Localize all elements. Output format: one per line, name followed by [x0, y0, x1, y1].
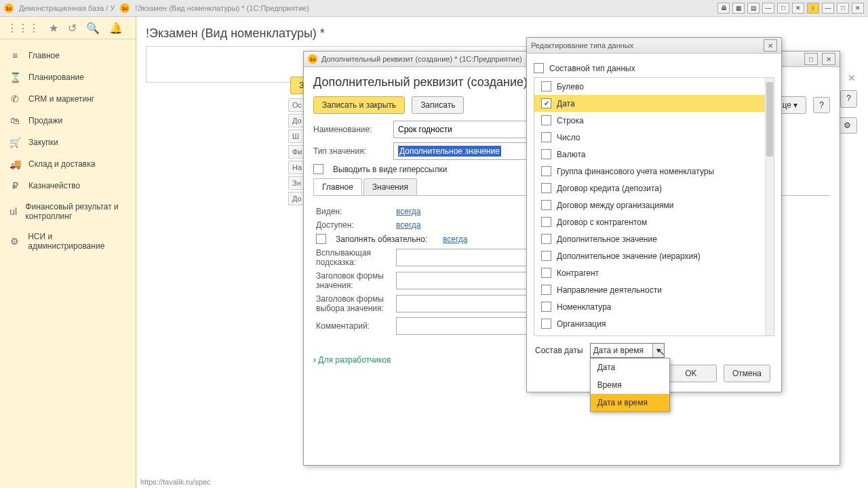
max-icon[interactable]: □ — [804, 53, 818, 65]
type-item[interactable]: Организация — [534, 315, 774, 332]
compo-dropdown[interactable]: Дата и время ▼ ДатаВремяДата и время ↖ — [590, 343, 665, 358]
type-item[interactable]: Договор с контрагентом — [534, 214, 774, 230]
type-checkbox[interactable] — [541, 251, 551, 261]
type-checkbox[interactable] — [541, 166, 551, 176]
tab-values[interactable]: Значения — [363, 178, 417, 195]
close-icon[interactable]: ✕ — [764, 39, 777, 52]
type-item[interactable]: Дополнительное значение — [534, 230, 774, 247]
cal-icon[interactable]: ▤ — [747, 3, 760, 14]
cancel-button[interactable]: Отмена — [724, 365, 770, 382]
type-item[interactable]: Номенклатура — [534, 298, 774, 315]
type-checkbox[interactable] — [541, 234, 551, 244]
apps-icon[interactable]: ⋮⋮⋮ — [7, 22, 39, 35]
type-label: Номенклатура — [557, 302, 612, 312]
nav-label: Планирование — [28, 73, 84, 82]
type-item[interactable]: Валюта — [534, 146, 774, 163]
type-checkbox[interactable] — [541, 200, 551, 210]
sidebar-item[interactable]: ≡Главное — [0, 45, 136, 66]
visible-link[interactable]: всегда — [396, 207, 420, 216]
sidebar-item[interactable]: ⌛Планирование — [0, 66, 136, 88]
type-checkbox[interactable] — [541, 183, 551, 193]
composite-checkbox[interactable] — [534, 63, 544, 73]
dropdown-option[interactable]: Время — [591, 376, 669, 394]
help-button[interactable]: ? — [813, 97, 830, 113]
close-icon[interactable]: ✕ — [822, 53, 835, 65]
nav-icon: ⌛ — [9, 72, 20, 83]
tab-main[interactable]: Главное — [313, 178, 362, 195]
nav-label: Продажи — [28, 116, 62, 125]
type-checkbox[interactable] — [541, 98, 551, 108]
dropdown-option[interactable]: Дата и время — [591, 394, 669, 411]
type-item[interactable]: Договор между организациями — [534, 197, 774, 214]
save-button[interactable]: Записать — [412, 96, 464, 114]
fill-link[interactable]: всегда — [443, 235, 467, 244]
type-item[interactable]: Договор кредита (депозита) — [534, 180, 774, 197]
sidebar-item[interactable]: ulФинансовый результат и контроллинг — [0, 197, 136, 226]
calc-icon[interactable]: ▦ — [732, 3, 745, 14]
scrollbar[interactable] — [765, 78, 774, 336]
type-checkbox[interactable] — [541, 319, 551, 329]
max-icon[interactable]: □ — [777, 3, 789, 14]
type-checkbox[interactable] — [541, 268, 551, 278]
dropdown-option[interactable]: Дата — [591, 359, 669, 376]
type-label: Договор с контрагентом — [557, 218, 647, 227]
gear-button[interactable]: ⚙ — [837, 117, 857, 134]
print-icon[interactable]: 🖶 — [717, 3, 730, 14]
help-button[interactable]: ? — [840, 90, 857, 108]
access-label: Доступен: — [316, 220, 391, 230]
close-tab-icon[interactable]: ✕ — [848, 73, 856, 83]
type-checkbox[interactable] — [541, 132, 551, 142]
info-icon[interactable]: i — [807, 3, 819, 14]
sidebar-item[interactable]: 🛍Продажи — [0, 110, 136, 131]
nav-icon: ₽ — [9, 180, 20, 191]
name-label: Наименование: — [313, 125, 388, 134]
hyperlink-checkbox[interactable] — [313, 164, 323, 174]
type-item[interactable]: Булево — [534, 78, 774, 95]
app-icon: 1c — [308, 54, 317, 64]
save-close-button[interactable]: Записать и закрыть — [313, 96, 405, 114]
type-checkbox[interactable] — [541, 217, 551, 227]
type-item[interactable]: Число — [534, 129, 774, 146]
nav-label: Казначейство — [28, 181, 80, 190]
type-checkbox[interactable] — [541, 149, 551, 159]
sidebar-item[interactable]: ₽Казначейство — [0, 175, 136, 197]
nav-icon: ⚙ — [9, 236, 20, 247]
close2-icon[interactable]: ✕ — [852, 3, 864, 14]
sidebar-item[interactable]: 🚚Склад и доставка — [0, 153, 136, 175]
type-item[interactable]: Группа финансового учета номенклатуры — [534, 163, 774, 180]
type-item[interactable]: Строка — [534, 112, 774, 129]
nav-icon: 🛒 — [9, 137, 20, 148]
search-icon[interactable]: 🔍 — [86, 22, 100, 35]
type-item[interactable]: Направление деятельности — [534, 281, 774, 298]
type-item[interactable]: Дополнительное значение (иерархия) — [534, 247, 774, 264]
star-icon[interactable]: ★ — [49, 22, 58, 35]
type-checkbox[interactable] — [541, 115, 551, 125]
comment-label: Комментарий: — [316, 321, 391, 331]
chevron-down-icon[interactable]: ▼ — [652, 344, 664, 357]
ok-button[interactable]: OK — [665, 365, 717, 382]
type-item[interactable]: Дата — [534, 95, 774, 112]
type-label: Дополнительное значение — [557, 235, 657, 244]
type-label: Договор кредита (депозита) — [557, 184, 662, 193]
history-icon[interactable]: ↺ — [68, 22, 77, 35]
max2-icon[interactable]: □ — [837, 3, 849, 14]
title-1: Демонстрационная база / У — [19, 4, 115, 12]
close-icon[interactable]: ✕ — [792, 3, 804, 14]
status-url: https://tavalik.ru/spec — [140, 478, 210, 486]
typedlg-title: Редактирование типа данных — [531, 41, 633, 49]
type-checkbox[interactable] — [541, 285, 551, 295]
bell-icon[interactable]: 🔔 — [109, 22, 123, 35]
nav-label: CRM и маркетинг — [28, 94, 94, 104]
access-link[interactable]: всегда — [396, 220, 420, 230]
min-icon[interactable]: — — [762, 3, 774, 14]
fill-checkbox[interactable] — [316, 234, 326, 244]
type-checkbox[interactable] — [541, 81, 551, 92]
type-item[interactable]: Контрагент — [534, 264, 774, 281]
min2-icon[interactable]: — — [822, 3, 834, 14]
dev-link[interactable]: Для разработчиков — [313, 355, 391, 365]
sidebar-item[interactable]: ✆CRM и маркетинг — [0, 88, 136, 110]
sidebar-item[interactable]: ⚙НСИ и администрирование — [0, 226, 136, 256]
type-checkbox[interactable] — [541, 302, 551, 312]
type-label: Строка — [557, 116, 584, 125]
sidebar-item[interactable]: 🛒Закупки — [0, 131, 136, 153]
